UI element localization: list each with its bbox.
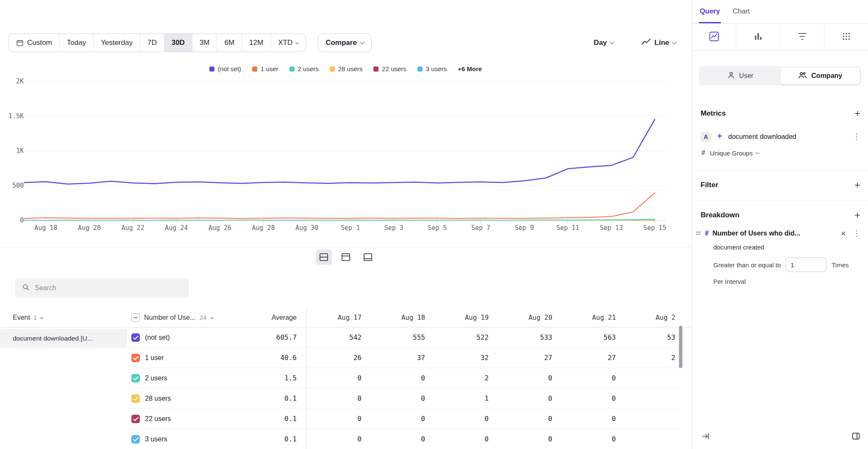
row-label: 22 users [145, 409, 171, 429]
cell-value: 0 [362, 429, 425, 449]
bar-chart-tab[interactable] [736, 24, 780, 50]
breakdown-per-interval[interactable]: Per Interval [713, 278, 860, 285]
table-row: (not set)605.7542555522533563536 [127, 327, 680, 348]
results-table: Event 1 Number of Use... 24 Average Aug … [0, 308, 691, 449]
tab-chart[interactable]: Chart [732, 0, 751, 23]
cell-value: 37 [362, 348, 425, 368]
svg-text:Aug 30: Aug 30 [295, 224, 318, 232]
line-chart[interactable]: 05001K1.5K2KAug 18Aug 20Aug 22Aug 24Aug … [0, 59, 691, 237]
breakdown-event[interactable]: document created [713, 244, 860, 251]
funnel-chart-icon [797, 31, 807, 43]
compare-label: Compare [326, 39, 357, 47]
cell-value: 542 [298, 327, 362, 348]
cell-value: 26 [298, 348, 362, 368]
breakdown-kebab-menu[interactable]: ⋮ [853, 230, 860, 237]
select-all-checkbox[interactable] [131, 313, 140, 322]
row-checkbox[interactable] [131, 415, 140, 423]
range-30d-button[interactable]: 30D [164, 34, 192, 52]
event-column-header[interactable]: Event 1 [13, 308, 43, 327]
scope-user-option[interactable]: User [700, 67, 780, 84]
cell-value: 0 [616, 368, 675, 388]
metric-kebab-menu[interactable]: ⋮ [853, 133, 860, 141]
range-custom-button[interactable]: Custom [9, 34, 59, 52]
cell-value: 0 [425, 409, 489, 429]
range-xtd-button[interactable]: XTD [270, 34, 306, 52]
range-yesterday-button[interactable]: Yesterday [93, 34, 140, 52]
segmentation-chart-tab[interactable] [692, 24, 736, 50]
row-checkbox[interactable] [131, 333, 140, 342]
cell-value: 0 [489, 388, 552, 409]
main-content: CustomTodayYesterday7D30D3M6M12MXTD Comp… [0, 0, 691, 449]
remove-breakdown-button[interactable]: × [841, 229, 846, 238]
row-label: 2 users [145, 368, 167, 388]
row-label: 1 user [145, 348, 164, 368]
breakdown-value-input[interactable] [786, 258, 826, 272]
svg-text:Sep 7: Sep 7 [471, 224, 490, 232]
row-checkbox[interactable] [131, 374, 140, 382]
range-label: XTD [278, 39, 292, 47]
drag-handle-icon[interactable] [696, 232, 701, 235]
cell-value: 0 [552, 429, 616, 449]
row-average-value: 40.6 [229, 348, 297, 368]
tab-query[interactable]: Query [699, 0, 721, 23]
metric-card[interactable]: A document downloaded ⋮ # Unique Groups [692, 119, 868, 160]
range-12m-button[interactable]: 12M [242, 34, 270, 52]
hash-icon: # [705, 230, 709, 237]
svg-text:Sep 5: Sep 5 [428, 224, 447, 232]
add-filter-button[interactable]: + [854, 180, 860, 190]
measure-dropdown[interactable]: Unique Groups [710, 150, 759, 157]
view-layout-toggles [0, 249, 691, 265]
range-today-button[interactable]: Today [59, 34, 93, 52]
row-checkbox[interactable] [131, 354, 140, 362]
row-values: 000000 [298, 429, 675, 449]
query-panel: Query Chart User [692, 0, 868, 449]
row-checkbox[interactable] [131, 394, 140, 403]
add-metric-button[interactable]: + [854, 108, 860, 119]
search-input[interactable] [35, 284, 182, 292]
panel-divider [692, 200, 868, 201]
event-list-item[interactable]: document downloaded [U... [0, 329, 127, 348]
measure-label: Unique Groups [710, 150, 753, 157]
row-label: (not set) [145, 327, 170, 348]
dock-panel-icon[interactable] [851, 432, 860, 442]
company-icon [798, 71, 807, 81]
funnel-chart-tab[interactable] [780, 24, 824, 50]
cell-value: 27 [552, 348, 616, 368]
table-scrollbar[interactable] [679, 326, 682, 368]
svg-text:Aug 22: Aug 22 [121, 224, 144, 232]
view-split-button[interactable] [316, 249, 332, 265]
average-column-header[interactable]: Average [229, 308, 297, 327]
cell-value: 27 [489, 348, 552, 368]
more-charts-tab[interactable] [824, 24, 868, 50]
cell-value: 522 [425, 327, 489, 348]
filter-section-header: Filter + [692, 180, 868, 190]
scope-company-option[interactable]: Company [780, 67, 860, 84]
hash-icon: # [701, 149, 705, 157]
range-7d-button[interactable]: 7D [140, 34, 164, 52]
cell-value: 0 [552, 409, 616, 429]
breakdown-property[interactable]: Number of Users who did... [712, 230, 800, 237]
collapse-panel-icon[interactable] [701, 432, 710, 442]
add-breakdown-button[interactable]: + [854, 210, 860, 220]
table-row: 2 users1.5002000 [127, 368, 680, 388]
group-column-header[interactable]: Number of Use... 24 [131, 308, 213, 327]
svg-text:Sep 3: Sep 3 [384, 224, 403, 232]
breakdown-card: # Number of Users who did... × ⋮ documen… [692, 223, 868, 285]
breakdown-condition[interactable]: Greater than or equal to [713, 261, 781, 269]
view-chart-only-button[interactable] [338, 249, 354, 265]
compare-button[interactable]: Compare [318, 33, 372, 52]
breakdown-title: Breakdown [701, 211, 740, 219]
chart-type-dropdown[interactable]: Line [637, 38, 681, 47]
date-range-control: CustomTodayYesterday7D30D3M6M12MXTD [8, 33, 306, 52]
date-column-header: Aug 18 [362, 308, 425, 327]
row-average-value: 605.7 [229, 327, 297, 348]
interval-dropdown[interactable]: Day [589, 39, 619, 47]
row-checkbox[interactable] [131, 435, 140, 443]
cell-value: 29 [616, 348, 675, 368]
cell-value: 0 [616, 409, 675, 429]
range-3m-button[interactable]: 3M [192, 34, 217, 52]
calendar-icon [16, 39, 24, 47]
row-average-value: 0.1 [229, 429, 297, 449]
range-6m-button[interactable]: 6M [217, 34, 242, 52]
view-table-only-button[interactable] [360, 249, 376, 265]
